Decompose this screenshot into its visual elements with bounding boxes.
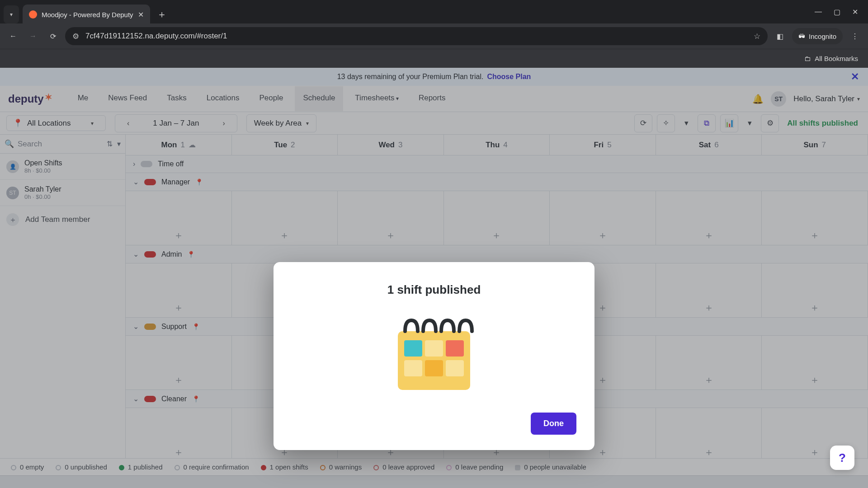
- svg-rect-6: [446, 360, 464, 376]
- app-root: 13 days remaining of your Premium Plan t…: [0, 68, 868, 488]
- svg-rect-1: [404, 340, 422, 357]
- incognito-label: Incognito: [809, 33, 836, 40]
- back-button[interactable]: ←: [5, 28, 21, 44]
- tab-title: Moodjoy - Powered By Deputy: [42, 11, 133, 19]
- new-tab-button[interactable]: ＋: [155, 7, 169, 22]
- svg-rect-4: [404, 360, 422, 376]
- maximize-icon[interactable]: ▢: [834, 8, 840, 16]
- modal-title: 1 shift published: [292, 283, 576, 297]
- reload-button[interactable]: ⟳: [45, 28, 61, 44]
- browser-chrome: ▾ Moodjoy - Powered By Deputy ✕ ＋ — ▢ ✕ …: [0, 0, 868, 68]
- help-fab[interactable]: ?: [830, 446, 854, 470]
- svg-rect-2: [425, 340, 443, 357]
- side-panel-icon[interactable]: ◧: [772, 28, 788, 44]
- url-text: 7cf47d19112152.na.deputy.com/#roster/1: [85, 32, 227, 41]
- close-tab-icon[interactable]: ✕: [138, 10, 144, 19]
- all-bookmarks-button[interactable]: 🗀 All Bookmarks: [804, 55, 858, 62]
- incognito-indicator[interactable]: 🕶 Incognito: [792, 28, 843, 44]
- svg-rect-3: [446, 340, 464, 357]
- bookmarks-bar: 🗀 All Bookmarks: [0, 49, 868, 68]
- browser-tab[interactable]: Moodjoy - Powered By Deputy ✕: [23, 5, 150, 24]
- folder-icon: 🗀: [804, 55, 811, 62]
- chrome-menu-icon[interactable]: ⋮: [847, 28, 863, 44]
- svg-rect-5: [425, 360, 443, 376]
- favicon-icon: [29, 10, 37, 19]
- tab-list-dropdown[interactable]: ▾: [4, 5, 19, 23]
- browser-titlebar: ▾ Moodjoy - Powered By Deputy ✕ ＋ — ▢ ✕: [0, 0, 868, 23]
- incognito-icon: 🕶: [798, 33, 805, 40]
- minimize-icon[interactable]: —: [815, 8, 822, 16]
- address-bar[interactable]: ⚙ 7cf47d19112152.na.deputy.com/#roster/1…: [65, 27, 768, 45]
- forward-button[interactable]: →: [25, 28, 41, 44]
- bookmarks-label: All Bookmarks: [815, 55, 858, 62]
- calendar-illustration-icon: [389, 313, 479, 394]
- site-settings-icon[interactable]: ⚙: [72, 32, 79, 41]
- close-window-icon[interactable]: ✕: [852, 8, 858, 16]
- done-button[interactable]: Done: [531, 413, 576, 435]
- tab-strip: ▾ Moodjoy - Powered By Deputy ✕ ＋: [0, 0, 805, 23]
- browser-toolbar: ← → ⟳ ⚙ 7cf47d19112152.na.deputy.com/#ro…: [0, 23, 868, 49]
- window-controls: — ▢ ✕: [805, 0, 868, 23]
- bookmark-star-icon[interactable]: ☆: [754, 32, 760, 41]
- publish-confirmation-modal: 1 shift published Done: [274, 262, 594, 450]
